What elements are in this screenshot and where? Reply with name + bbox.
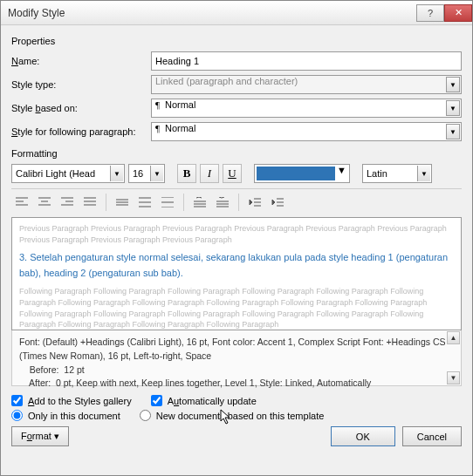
spacing-15-icon[interactable] (134, 193, 155, 212)
based-on-label: Style based on: (11, 103, 151, 113)
name-input[interactable] (151, 51, 462, 71)
chevron-down-icon[interactable]: ▼ (110, 166, 123, 181)
style-type-select: Linked (paragraph and character) (151, 75, 462, 94)
description-scrollbar[interactable]: ▲▼ (447, 331, 460, 384)
chevron-down-icon: ▼ (446, 77, 460, 92)
chevron-down-icon[interactable]: ▼ (337, 165, 346, 182)
add-gallery-checkbox[interactable] (11, 395, 23, 406)
auto-update-checkbox[interactable] (151, 395, 162, 406)
spacing-2-icon[interactable] (157, 193, 178, 212)
close-button[interactable]: ✕ (444, 4, 472, 22)
properties-label: Properties (11, 36, 462, 46)
window-title: Modify Style (8, 7, 416, 19)
preview-previous-text: Previous Paragraph Previous Paragraph Pr… (19, 223, 454, 245)
auto-update-label[interactable]: Automatically update (168, 396, 257, 406)
preview-sample-text: 3. Setelah pengaturan style normal seles… (19, 250, 454, 281)
add-gallery-label[interactable]: Add to the Styles gallery (28, 396, 132, 406)
indent-dec-icon[interactable] (244, 193, 265, 212)
ok-button[interactable]: OK (331, 426, 395, 446)
preview-pane: Previous Paragraph Previous Paragraph Pr… (11, 217, 462, 330)
chevron-down-icon[interactable]: ▼ (446, 100, 460, 116)
based-on-select[interactable]: ¶Normal (151, 99, 462, 118)
align-center-icon[interactable] (34, 193, 55, 212)
align-justify-icon[interactable] (79, 193, 100, 212)
format-button[interactable]: Format ▾ (11, 426, 69, 446)
help-button[interactable]: ? (416, 4, 444, 22)
color-swatch (257, 167, 335, 180)
italic-button[interactable]: I (200, 164, 219, 183)
space-before-inc-icon[interactable] (189, 193, 210, 212)
bold-button[interactable]: B (177, 164, 196, 183)
align-right-icon[interactable] (57, 193, 78, 212)
description-pane: Font: (Default) +Headings (Calibri Light… (11, 330, 462, 386)
chevron-down-icon[interactable]: ▼ (417, 166, 430, 181)
spacing-1-icon[interactable] (112, 193, 133, 212)
font-color-button[interactable]: ▼ (254, 164, 350, 183)
font-name-combo[interactable]: ▼ (11, 164, 125, 183)
align-left-icon[interactable] (11, 193, 32, 212)
indent-inc-icon[interactable] (267, 193, 288, 212)
font-size-combo[interactable]: ▼ (128, 164, 165, 183)
only-document-radio[interactable] (11, 410, 23, 421)
preview-following-text: Following Paragraph Following Paragraph … (19, 286, 454, 330)
cancel-button[interactable]: Cancel (402, 426, 462, 446)
name-label: Name: (11, 56, 151, 66)
chevron-down-icon[interactable]: ▼ (446, 124, 460, 139)
script-combo[interactable]: ▼ (362, 164, 432, 183)
space-before-dec-icon[interactable] (212, 193, 233, 212)
following-select[interactable]: ¶Normal (151, 122, 462, 141)
only-document-label[interactable]: Only in this document (28, 411, 120, 421)
new-template-label[interactable]: New documents based on this template (156, 411, 325, 421)
style-type-label: Style type: (11, 79, 151, 90)
new-template-radio[interactable] (140, 410, 151, 421)
following-label: Style for following paragraph: (11, 126, 151, 137)
modify-style-dialog: Modify Style ? ✕ Properties Name: Style … (0, 0, 473, 476)
chevron-down-icon[interactable]: ▼ (150, 166, 163, 181)
titlebar[interactable]: Modify Style ? ✕ (1, 1, 472, 25)
formatting-label: Formatting (11, 148, 462, 159)
underline-button[interactable]: U (223, 164, 242, 183)
